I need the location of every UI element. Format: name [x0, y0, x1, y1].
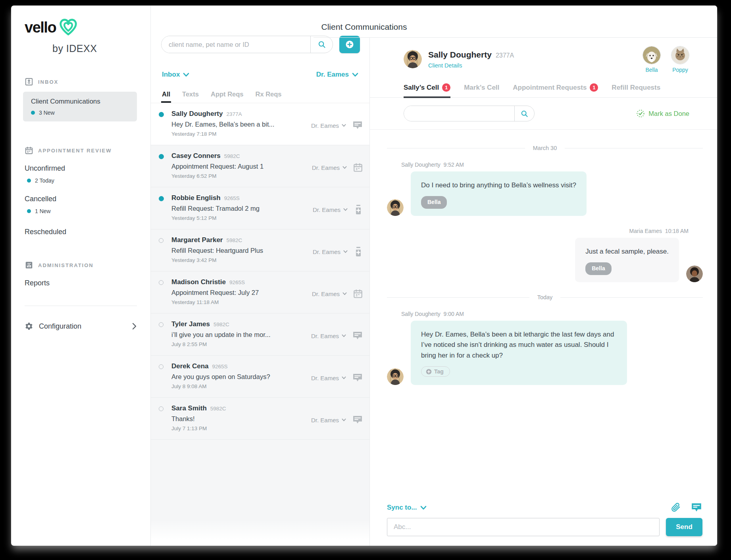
conversation-row[interactable]: Madison Christie 9265S Appointment Reque… — [151, 271, 369, 314]
timestamp: Yesterday 6:52 PM — [171, 173, 312, 179]
sync-to-dropdown[interactable]: Sync to... — [387, 504, 427, 512]
app-window: Client Communications vello by IDEXX — [11, 6, 717, 546]
calendar-icon — [353, 289, 363, 299]
client-name: Casey Conners — [171, 152, 221, 160]
client-search-input[interactable] — [162, 36, 310, 53]
unread-indicator — [159, 196, 164, 201]
conversation-row[interactable]: Robbie English 9265S Refill Request: Tra… — [151, 187, 369, 229]
chat-search — [404, 106, 535, 121]
new-dot — [27, 209, 31, 213]
message-preview: Hey Dr. Eames, Bella’s been a bit... — [171, 121, 311, 128]
template-message-icon — [691, 502, 702, 513]
inbox-filter-dropdown[interactable]: Inbox — [162, 71, 189, 79]
attach-file-button[interactable] — [671, 502, 681, 513]
assignee-dropdown[interactable]: Dr. Eames — [313, 248, 348, 255]
sidebar-item-rescheduled[interactable]: Rescheduled — [25, 228, 150, 236]
pet-chip-poppy[interactable]: Poppy — [671, 46, 689, 73]
sidebar-section-label: ADMINISTRATION — [38, 262, 94, 268]
sidebar-section-label: INBOX — [38, 79, 58, 85]
tab-all[interactable]: All — [162, 90, 170, 103]
client-id: 9265S — [224, 195, 240, 201]
brand-logo: vello — [25, 17, 150, 37]
conversation-row[interactable]: Casey Conners 5982C Appointment Request:… — [151, 145, 369, 187]
message-text: Hey Dr. Eames, Bella’s been a bit lethar… — [421, 329, 617, 361]
client-id: 2377A — [226, 111, 242, 117]
check-circle-icon — [636, 109, 645, 118]
client-name: Derek Cena — [171, 362, 209, 370]
brand-byline: by IDEXX — [52, 43, 150, 54]
composer: Sync to... — [369, 497, 717, 546]
sidebar-item-client-communications[interactable]: Client Communications 3 New — [23, 92, 137, 121]
message-preview: i’ll give you an update in the mor... — [171, 331, 311, 339]
tab-texts[interactable]: Texts — [182, 90, 199, 103]
panel-divider — [369, 37, 370, 546]
assignee-dropdown[interactable]: Dr. Eames — [311, 333, 346, 339]
date-divider: March 30 — [387, 145, 703, 151]
add-tag-button[interactable]: Tag — [421, 366, 450, 377]
conversation-row[interactable]: Tyler James 5982C i’ll give you an updat… — [151, 314, 369, 356]
search-icon[interactable] — [514, 106, 534, 121]
message-meta: Sally Dougherty 9:00 AM — [401, 311, 464, 317]
assignee-dropdown[interactable]: Dr. Eames — [311, 417, 346, 423]
client-name: Robbie English — [171, 194, 221, 202]
tab-marks-cell[interactable]: Mark’s Cell — [464, 83, 499, 97]
message-input[interactable] — [387, 518, 660, 536]
search-icon[interactable] — [310, 36, 333, 53]
sender-avatar — [387, 199, 404, 216]
assignee-dropdown[interactable]: Dr. Eames — [311, 122, 346, 129]
tab-sallys-cell[interactable]: Sally’s Cell 1 — [404, 83, 450, 97]
chat-tabs: Sally’s Cell 1 Mark’s Cell Appointment R… — [369, 73, 717, 98]
pet-tag: Bella — [421, 196, 447, 209]
mark-as-done-button[interactable]: Mark as Done — [636, 109, 689, 118]
unread-count-badge: 1 — [442, 83, 450, 92]
tab-appt-reqs[interactable]: Appt Reqs — [211, 90, 244, 103]
chevron-down-icon — [342, 376, 346, 379]
conversation-row[interactable]: Margaret Parker 5982C Refill Request: He… — [151, 229, 369, 271]
assignee-dropdown[interactable]: Dr. Eames — [313, 206, 348, 213]
provider-filter-dropdown[interactable]: Dr. Eames — [316, 71, 358, 79]
message-history[interactable]: March 30 Sally Dougherty 9:52 AM — [369, 130, 717, 497]
read-indicator — [159, 406, 164, 411]
message-text: Just a fecal sample, please. — [585, 246, 669, 257]
chevron-down-icon — [352, 73, 358, 77]
chat-message: Sally Dougherty 9:52 AM — [387, 162, 703, 216]
read-indicator — [159, 238, 164, 243]
client-id: 5982C — [210, 406, 226, 412]
chevron-down-icon — [342, 166, 347, 169]
message-template-button[interactable] — [691, 502, 702, 513]
timestamp: July 8 2:55 PM — [171, 341, 311, 347]
conversation-row[interactable]: Sara Smith 5982C Thanks! July 7 1:13 PM … — [151, 398, 369, 440]
sender-avatar — [686, 266, 703, 282]
assignee-dropdown[interactable]: Dr. Eames — [311, 375, 346, 381]
pet-chip-bella[interactable]: Bella — [643, 46, 661, 73]
plus-circle-icon — [426, 369, 432, 375]
new-conversation-button[interactable] — [339, 36, 360, 53]
sidebar-section-label: APPOINTMENT REVIEW — [38, 148, 112, 154]
client-details-link[interactable]: Client Details — [428, 62, 514, 69]
rx-bottle-icon — [354, 246, 363, 257]
message-preview: Thanks! — [171, 415, 311, 423]
client-name: Sally Dougherty — [171, 110, 223, 118]
heart-icon — [58, 17, 78, 37]
chat-message: Maria Eames 10:18 AM Just a fecal sample… — [387, 228, 703, 282]
conversation-row[interactable]: Sally Dougherty 2377A Hey Dr. Eames, Bel… — [151, 103, 369, 145]
sidebar-item-unconfirmed[interactable]: Unconfirmed 2 Today — [25, 164, 150, 184]
assignee-dropdown[interactable]: Dr. Eames — [312, 291, 347, 297]
sidebar-item-label: Client Communications — [31, 98, 131, 106]
sidebar-item-configuration[interactable]: Configuration — [25, 322, 150, 331]
list-filler — [151, 440, 369, 546]
send-button[interactable]: Send — [666, 518, 702, 536]
unread-count-badge: 1 — [590, 83, 598, 92]
tab-appointment-requests[interactable]: Appointment Requests 1 — [513, 83, 598, 97]
chevron-down-icon — [342, 124, 346, 127]
client-id: 5982C — [214, 321, 229, 327]
assignee-dropdown[interactable]: Dr. Eames — [312, 164, 347, 171]
unread-indicator — [159, 154, 164, 159]
sidebar-item-reports[interactable]: Reports — [25, 279, 150, 287]
conversation-row[interactable]: Derek Cena 9265S Are you guys open on Sa… — [151, 356, 369, 398]
page-title: Client Communications — [321, 22, 407, 32]
tab-rx-reqs[interactable]: Rx Reqs — [255, 90, 281, 103]
chat-search-input[interactable] — [404, 106, 514, 121]
tab-refill-requests[interactable]: Refill Requests — [612, 83, 660, 97]
sidebar-item-cancelled[interactable]: Cancelled 1 New — [25, 195, 150, 214]
